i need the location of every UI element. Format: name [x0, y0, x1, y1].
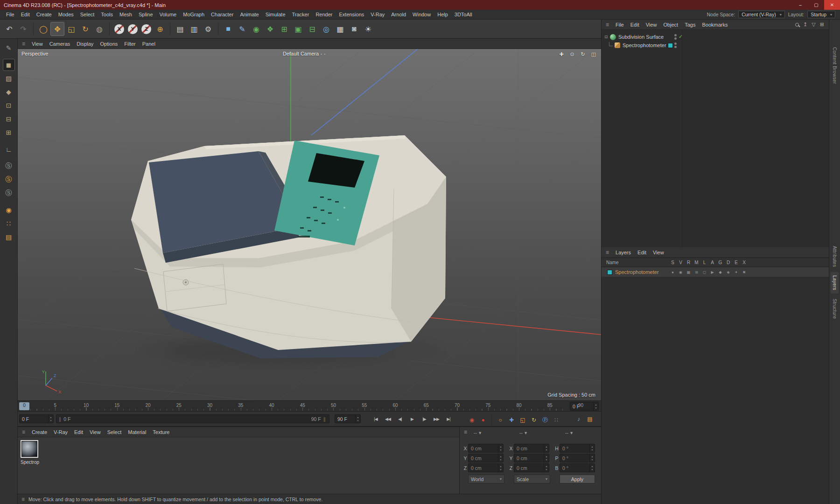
- visibility-dots-icon[interactable]: [674, 34, 677, 40]
- spinner[interactable]: ▲▼: [48, 415, 53, 423]
- menu-animate[interactable]: Animate: [237, 12, 262, 17]
- object-manager[interactable]: ⊟ Subdivision Surface ✓ Spectrophotomete…: [602, 30, 829, 247]
- menu-create[interactable]: Create: [33, 12, 55, 17]
- panel-menu-icon[interactable]: ≡: [19, 41, 28, 47]
- keyframe-presets-icon[interactable]: ▤: [584, 414, 595, 424]
- om-menu-tags[interactable]: Tags: [681, 22, 699, 28]
- materials-menu-v-ray[interactable]: V-Ray: [50, 429, 71, 435]
- menu-select[interactable]: Select: [77, 12, 98, 17]
- menu-mograph[interactable]: MoGraph: [180, 12, 208, 17]
- layer-xref-icon[interactable]: ✖: [740, 270, 748, 274]
- edges-mode-icon[interactable]: ⊟: [3, 113, 15, 125]
- rotation-header-dropdown[interactable]: --▾: [565, 430, 573, 435]
- record-position-icon[interactable]: ✚: [506, 415, 517, 425]
- panel-menu-icon[interactable]: ≡: [602, 249, 612, 256]
- snap-enable-icon[interactable]: Ⓢ: [3, 160, 15, 172]
- polygons-mode-icon[interactable]: ⊞: [3, 126, 15, 139]
- render-view-icon[interactable]: ▤: [173, 22, 187, 36]
- maximize-button[interactable]: ▢: [808, 0, 824, 10]
- spinner[interactable]: ▲▼: [589, 454, 595, 462]
- record-keyframe-icon[interactable]: ◉: [466, 415, 477, 425]
- viewport-menu-cameras[interactable]: Cameras: [46, 41, 74, 47]
- play-button[interactable]: ▶: [406, 414, 418, 424]
- keyframe-selection-icon[interactable]: ○: [495, 415, 506, 425]
- layers-menu-layers[interactable]: Layers: [612, 250, 634, 255]
- spinner[interactable]: ▲▼: [498, 454, 503, 462]
- materials-menu-view[interactable]: View: [86, 429, 104, 435]
- om-menu-edit[interactable]: Edit: [627, 22, 643, 28]
- last-tool-icon[interactable]: ◍: [92, 22, 106, 36]
- materials-menu-create[interactable]: Create: [28, 429, 50, 435]
- layer-color-chip[interactable]: [668, 43, 673, 48]
- viewport-menu-panel[interactable]: Panel: [139, 41, 159, 47]
- ruler-frame-field[interactable]: 0 F ▲▼: [570, 402, 599, 411]
- panel-menu-icon[interactable]: ≡: [19, 429, 28, 435]
- world-dropdown[interactable]: World▾: [468, 475, 504, 483]
- workplane-lock-icon[interactable]: ▤: [3, 231, 15, 243]
- object-label[interactable]: Spectrophotometer: [623, 42, 666, 48]
- snap-mode-icon[interactable]: Ⓢ: [3, 187, 15, 199]
- menu-3dtoall[interactable]: 3DToAll: [451, 12, 476, 17]
- prev-frame-button[interactable]: ◀|: [394, 414, 406, 424]
- spinner[interactable]: ▲▼: [544, 454, 549, 462]
- layer-generators-icon[interactable]: ◆: [716, 270, 724, 274]
- spinner[interactable]: ▲▼: [355, 415, 360, 423]
- goto-end-button[interactable]: ▶|: [442, 414, 455, 424]
- om-menu-view[interactable]: View: [643, 22, 660, 28]
- menu-character[interactable]: Character: [208, 12, 237, 17]
- layer-expressions-icon[interactable]: ✦: [732, 270, 740, 274]
- materials-list[interactable]: Spectrop: [18, 437, 459, 494]
- layer-color-chip[interactable]: [607, 270, 612, 275]
- menu-edit[interactable]: Edit: [18, 12, 33, 17]
- filter-icon[interactable]: ▽: [812, 21, 815, 28]
- search-icon[interactable]: [795, 23, 799, 27]
- side-tab-attributes[interactable]: Attributes: [831, 243, 839, 270]
- view-type-label[interactable]: Perspective: [21, 51, 48, 56]
- layer-visibility-icon[interactable]: ◉: [677, 270, 685, 274]
- layer-render-icon[interactable]: ▦: [685, 270, 693, 274]
- coordinate-system-icon[interactable]: ⊕: [153, 22, 167, 36]
- menu-window[interactable]: Window: [409, 12, 434, 17]
- range-start-grip[interactable]: ∥: [56, 416, 63, 422]
- rotate-view-icon[interactable]: ↻: [579, 50, 587, 58]
- record-rotation-icon[interactable]: ↻: [528, 415, 539, 425]
- apply-button[interactable]: Apply: [560, 475, 595, 483]
- materials-menu-select[interactable]: Select: [104, 429, 125, 435]
- current-frame-field[interactable]: 0 F ▲▼: [19, 414, 54, 423]
- minimize-button[interactable]: –: [792, 0, 808, 10]
- quantize-icon[interactable]: ◉: [3, 204, 15, 216]
- menu-tracker[interactable]: Tracker: [289, 12, 313, 17]
- object-row-subdivision-surface[interactable]: ⊟ Subdivision Surface ✓: [602, 33, 829, 41]
- layer-manager-icon[interactable]: ⊞: [693, 270, 700, 274]
- render-settings-icon[interactable]: ⚙: [201, 22, 215, 36]
- layer-solo-icon[interactable]: ●: [669, 270, 677, 274]
- layers-menu-view[interactable]: View: [650, 250, 667, 255]
- camera-object-icon[interactable]: ◙: [347, 22, 361, 36]
- panel-menu-icon[interactable]: ≡: [461, 429, 470, 435]
- visibility-dots-icon[interactable]: [674, 42, 677, 48]
- rotate-tool-icon[interactable]: ↻: [78, 22, 92, 36]
- menu-file[interactable]: File: [3, 12, 18, 17]
- viewport[interactable]: Perspective Default Camera ∘ ∘ ✚⊙↻◫ Y X …: [18, 49, 601, 400]
- side-tab-structure[interactable]: Structure: [831, 295, 839, 322]
- om-menu-bookmarks[interactable]: Bookmarks: [699, 22, 731, 28]
- rot-b-field[interactable]: 0 °▲▼: [560, 463, 595, 472]
- light-object-icon[interactable]: ☀: [361, 22, 375, 36]
- om-menu-object[interactable]: Object: [660, 22, 681, 28]
- close-button[interactable]: ✕: [824, 0, 840, 10]
- side-tab-content-browser[interactable]: Content Browser: [831, 44, 839, 87]
- layer-row-spectrophotometer[interactable]: Spectrophotometer ●◉▦⊞◻▶◆◈✦✖: [602, 267, 829, 277]
- instance-generator-icon[interactable]: ▣: [291, 22, 305, 36]
- materials-menu-texture[interactable]: Texture: [149, 429, 173, 435]
- autokey-icon[interactable]: ●: [477, 415, 489, 425]
- end-frame-field[interactable]: 90 F ▲▼: [335, 414, 361, 423]
- texture-mode-icon[interactable]: ▨: [3, 72, 15, 84]
- column-divider[interactable]: [682, 30, 682, 247]
- spinner[interactable]: ▲▼: [589, 444, 595, 452]
- menu-extensions[interactable]: Extensions: [336, 12, 367, 17]
- workplane-grid-icon[interactable]: ∷: [3, 217, 15, 230]
- range-end-grip[interactable]: ∥: [321, 416, 328, 422]
- position-header-dropdown[interactable]: --▾: [474, 430, 481, 435]
- object-label[interactable]: Subdivision Surface: [618, 34, 664, 40]
- viewport-menu-view[interactable]: View: [28, 41, 46, 47]
